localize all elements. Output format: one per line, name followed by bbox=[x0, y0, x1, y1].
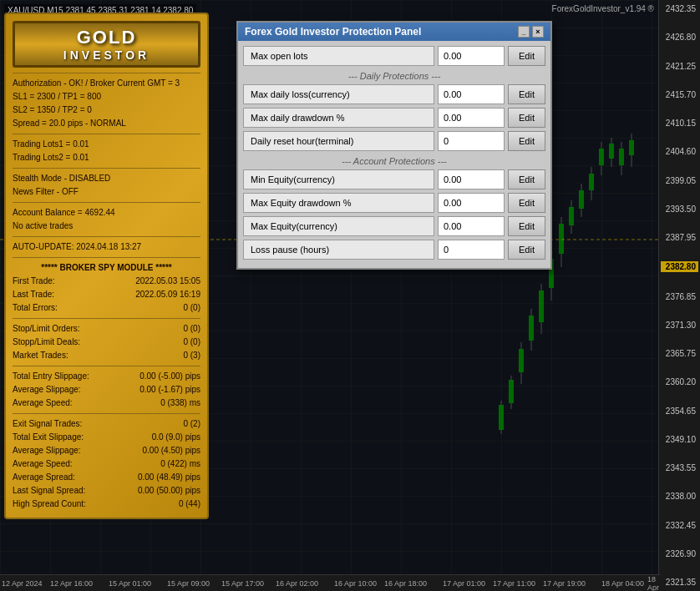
time-label: 15 Apr 01:00 bbox=[109, 579, 151, 588]
svg-rect-15 bbox=[529, 316, 534, 341]
loss-pause-row: Loss pause (hours) 0 Edit bbox=[243, 240, 545, 260]
avg-slippage2-label: Average Slippage: bbox=[13, 444, 81, 457]
last-signal-label: Last Signal Spread: bbox=[13, 484, 85, 498]
price-label: 2432.35 bbox=[661, 4, 698, 13]
auth-line: Authorization - OK! / Broker Current GMT… bbox=[13, 77, 200, 90]
slippage-section: Total Entry Slippage: 0.00 (-5.00) pips … bbox=[13, 370, 200, 410]
price-label: 2343.55 bbox=[661, 463, 698, 472]
trading-lots2: Trading Lots2 = 0.01 bbox=[13, 151, 200, 164]
max-equity-currency-edit-btn[interactable]: Edit bbox=[508, 216, 545, 236]
dialog-minimize-btn[interactable]: _ bbox=[518, 26, 530, 38]
max-equity-drawdown-edit-btn[interactable]: Edit bbox=[508, 193, 545, 213]
sidebar-panel: GOLD INVESTOR Authorization - OK! / Brok… bbox=[4, 13, 209, 519]
orders-section: Stop/Limit Orders: 0 (0) Stopp/Limit Dea… bbox=[13, 322, 200, 362]
loss-pause-value: 0 bbox=[438, 240, 505, 260]
sidebar-info: Authorization - OK! / Broker Current GMT… bbox=[13, 77, 200, 130]
price-label: 2393.50 bbox=[661, 205, 698, 214]
max-open-lots-row: Max open lots 0.00 Edit bbox=[243, 46, 545, 66]
min-equity-value: 0.00 bbox=[438, 169, 505, 189]
divider-9 bbox=[13, 413, 200, 414]
daily-reset-hour-value: 0 bbox=[438, 131, 505, 151]
avg-slippage2-value: 0.00 (4.50) pips bbox=[143, 444, 201, 457]
price-label: 2360.20 bbox=[661, 377, 698, 386]
divider-3 bbox=[13, 168, 200, 169]
broker-spy-section: ***** BROKER SPY MODULE ***** First Trad… bbox=[13, 261, 200, 315]
divider-5 bbox=[13, 236, 200, 237]
price-label: 2399.05 bbox=[661, 176, 698, 185]
divider-6 bbox=[13, 257, 200, 258]
avg-spread-value: 0.00 (48.49) pips bbox=[138, 471, 200, 484]
first-trade-value: 2022.05.03 15:05 bbox=[135, 275, 200, 288]
price-label: 2382.80 bbox=[661, 261, 698, 272]
loss-pause-edit-btn[interactable]: Edit bbox=[508, 240, 545, 260]
min-equity-row: Min Equity(currency) 0.00 Edit bbox=[243, 169, 545, 189]
avg-speed2-row: Average Speed: 0 (422) ms bbox=[13, 457, 200, 471]
time-label: 12 Apr 2024 bbox=[2, 579, 43, 588]
max-daily-drawdown-edit-btn[interactable]: Edit bbox=[508, 108, 545, 128]
stealth-mode: Stealth Mode - DISABLED bbox=[13, 172, 200, 185]
max-open-lots-edit-btn[interactable]: Edit bbox=[508, 46, 545, 66]
time-label: 17 Apr 11:00 bbox=[493, 579, 535, 588]
max-daily-loss-edit-btn[interactable]: Edit bbox=[508, 84, 545, 104]
max-open-lots-value: 0.00 bbox=[438, 46, 505, 66]
dialog-title: Forex Gold Investor Protection Panel bbox=[245, 26, 421, 38]
total-errors-row: Total Errors: 0 (0) bbox=[13, 301, 200, 315]
total-exit-slip-value: 0.0 (9.0) pips bbox=[152, 431, 200, 444]
total-entry-slip-row: Total Entry Slippage: 0.00 (-5.00) pips bbox=[13, 370, 200, 383]
time-label: 17 Apr 01:00 bbox=[443, 579, 485, 588]
max-daily-loss-label: Max daily loss(currency) bbox=[243, 84, 434, 104]
stop-limit-value: 0 (0) bbox=[183, 322, 200, 336]
trading-lots1: Trading Lots1 = 0.01 bbox=[13, 138, 200, 151]
first-trade-row: First Trade: 2022.05.03 15:05 bbox=[13, 275, 200, 288]
exit-section: Exit Signal Trades: 0 (2) Total Exit Sli… bbox=[13, 417, 200, 511]
price-label: 2338.00 bbox=[661, 492, 698, 501]
auto-update: AUTO-UPDATE: 2024.04.18 13:27 bbox=[13, 240, 200, 254]
loss-pause-label: Loss pause (hours) bbox=[243, 240, 434, 260]
logo-gold: GOLD bbox=[18, 27, 195, 48]
daily-reset-hour-label: Daily reset hour(terminal) bbox=[243, 131, 434, 151]
daily-protections-header: --- Daily Protections --- bbox=[243, 71, 545, 81]
logo-investor: INVESTOR bbox=[18, 48, 195, 62]
price-label: 2415.70 bbox=[661, 90, 698, 99]
price-label: 2326.90 bbox=[661, 549, 698, 558]
time-label: 12 Apr 16:00 bbox=[50, 579, 93, 588]
divider-8 bbox=[13, 366, 200, 366]
max-daily-drawdown-value: 0.00 bbox=[438, 108, 505, 128]
svg-rect-9 bbox=[499, 405, 504, 430]
sidebar-logo: GOLD INVESTOR bbox=[13, 21, 200, 68]
svg-rect-27 bbox=[589, 174, 594, 190]
dialog-close-btn[interactable]: × bbox=[532, 26, 544, 38]
svg-rect-33 bbox=[619, 149, 624, 165]
divider-2 bbox=[13, 134, 200, 134]
max-daily-loss-value: 0.00 bbox=[438, 84, 505, 104]
last-trade-row: Last Trade: 2022.05.09 16:19 bbox=[13, 288, 200, 301]
price-label: 2421.25 bbox=[661, 62, 698, 71]
max-open-lots-label: Max open lots bbox=[243, 46, 434, 66]
total-errors-label: Total Errors: bbox=[13, 301, 58, 315]
time-label: 18 Apr 04:00 bbox=[601, 579, 644, 588]
daily-reset-hour-edit-btn[interactable]: Edit bbox=[508, 131, 545, 151]
exit-signal-row: Exit Signal Trades: 0 (2) bbox=[13, 417, 200, 431]
max-equity-drawdown-label: Max Equity drawdown % bbox=[243, 193, 434, 213]
price-label: 2410.15 bbox=[661, 119, 698, 128]
max-equity-currency-value: 0.00 bbox=[438, 216, 505, 236]
svg-rect-31 bbox=[609, 144, 614, 159]
avg-speed2-label: Average Speed: bbox=[13, 457, 73, 471]
exit-signal-value: 0 (2) bbox=[183, 417, 200, 431]
total-errors-value: 0 (0) bbox=[183, 301, 200, 315]
avg-slippage-value: 0.00 (-1.67) pips bbox=[139, 383, 200, 397]
price-label: 2354.65 bbox=[661, 407, 698, 416]
divider-4 bbox=[13, 202, 200, 203]
avg-speed-value: 0 (338) ms bbox=[160, 397, 200, 410]
avg-speed-label: Average Speed: bbox=[13, 397, 73, 410]
min-equity-edit-btn[interactable]: Edit bbox=[508, 169, 545, 189]
total-entry-slip-value: 0.00 (-5.00) pips bbox=[139, 370, 200, 383]
last-trade-value: 2022.05.09 16:19 bbox=[135, 288, 200, 301]
first-trade-label: First Trade: bbox=[13, 275, 55, 288]
stopp-limit-label: Stopp/Limit Deals: bbox=[13, 336, 80, 349]
avg-slippage-label: Average Slippage: bbox=[13, 383, 81, 397]
dialog-titlebar: Forex Gold Investor Protection Panel _ × bbox=[238, 23, 550, 41]
svg-rect-21 bbox=[559, 224, 564, 254]
svg-rect-35 bbox=[629, 140, 634, 155]
max-daily-loss-row: Max daily loss(currency) 0.00 Edit bbox=[243, 84, 545, 104]
